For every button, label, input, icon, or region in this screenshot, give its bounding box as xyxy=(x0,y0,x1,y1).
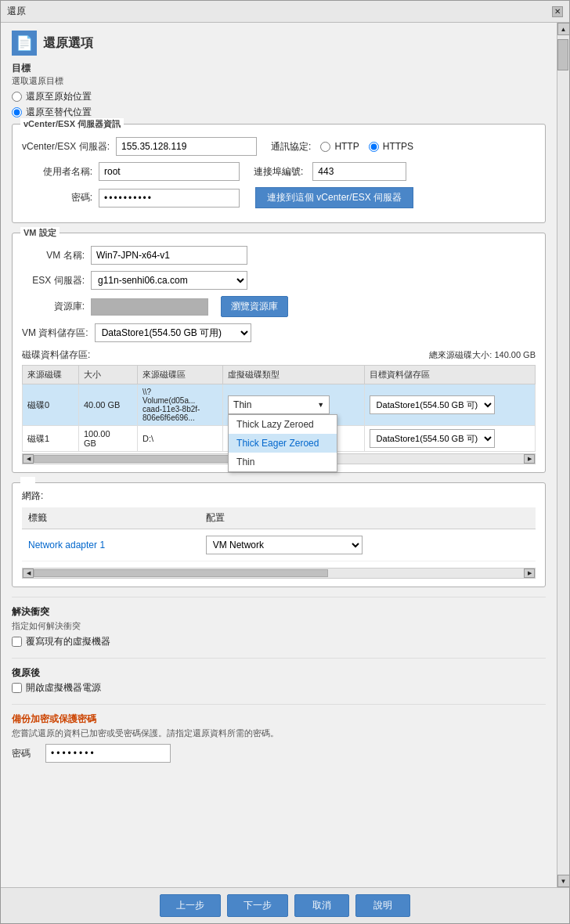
title-bar: 還原 ✕ xyxy=(1,1,569,23)
dropdown-item-thick-lazy[interactable]: Thick Lazy Zeroed xyxy=(229,415,337,434)
target-store-select-1[interactable]: DataStore1(554.50 GB 可) xyxy=(370,429,495,448)
dropdown-item-thick-eager[interactable]: Thick Eager Zeroed xyxy=(229,434,337,453)
vm-name-input[interactable] xyxy=(91,246,247,265)
disk-type-dropdown[interactable]: Thin ▼ Thick Lazy Zeroed Thick Eager Zer… xyxy=(228,395,330,414)
protocol-label: 通訊協定: xyxy=(271,140,311,153)
encrypt-password-label: 密碼 xyxy=(12,747,39,760)
vm-panel: VM 設定 VM 名稱: ESX 伺服器: g11n-senhi06.ca.co… xyxy=(12,233,546,473)
dropdown-item-thin[interactable]: Thin xyxy=(229,453,337,471)
vm-name-row: VM 名稱: xyxy=(22,246,536,265)
disk-table: 來源磁碟 大小 來源磁碟區 虛擬磁碟類型 目標資料儲存區 磁碟0 xyxy=(22,365,536,452)
prev-button[interactable]: 上一步 xyxy=(160,894,221,917)
disk-type-menu[interactable]: Thick Lazy Zeroed Thick Eager Zeroed Thi… xyxy=(228,414,337,472)
bottom-bar: 上一步 下一步 取消 說明 xyxy=(1,887,569,923)
vm-panel-title: VM 設定 xyxy=(20,227,60,239)
datastore-select[interactable]: DataStore1(554.50 GB 可用) xyxy=(95,323,251,342)
section-header: 📄 還原選項 xyxy=(12,31,546,56)
col-disk-type: 虛擬磁碟類型 xyxy=(223,366,365,384)
network-title: 網路: xyxy=(22,489,536,503)
table-row: 磁碟0 40.00 GB \\?Volume(d05a...caad-11e3-… xyxy=(23,384,536,426)
esx-select[interactable]: g11n-senhi06.ca.com xyxy=(91,271,247,290)
net-table-row: Network adapter 1 VM Network xyxy=(22,529,536,561)
total-size-label: 總來源磁碟大小: 140.00 GB xyxy=(429,349,536,361)
server-row: vCenter/ESX 伺服器: 通訊協定: HTTP HTTPS xyxy=(22,137,536,156)
user-row: 使用者名稱: 連接埠編號: xyxy=(22,162,536,181)
protocol-https-label[interactable]: HTTPS xyxy=(369,141,413,152)
encrypt-title: 備份加密或保護密碼 xyxy=(12,713,546,726)
disk-type-trigger[interactable]: Thin ▼ xyxy=(228,395,330,414)
disk-datastore-label: 磁碟資料儲存區: xyxy=(22,348,90,362)
protocol-http-label[interactable]: HTTP xyxy=(320,141,359,152)
target-store-select-0[interactable]: DataStore1(554.50 GB 可) xyxy=(370,395,495,414)
disk-type-value: Thin xyxy=(233,399,251,410)
browse-resource-btn[interactable]: 瀏覽資源庫 xyxy=(221,296,288,317)
vertical-scrollbar[interactable]: ▲ ▼ xyxy=(557,23,569,887)
scroll-down-btn[interactable]: ▼ xyxy=(557,875,570,887)
net-config-select[interactable]: VM Network xyxy=(206,536,363,554)
conflict-title: 解決衝突 xyxy=(12,605,546,619)
cancel-button[interactable]: 取消 xyxy=(294,894,349,917)
protocol-https-radio[interactable] xyxy=(369,142,379,152)
target-section: 目標 選取還原目標 還原至原始位置 還原至替代位置 xyxy=(12,62,546,119)
cell-target-store-1[interactable]: DataStore1(554.50 GB 可) xyxy=(364,426,535,452)
section-title: 還原選項 xyxy=(43,35,93,52)
user-input[interactable] xyxy=(99,162,240,181)
net-hscroll-right[interactable]: ▶ xyxy=(524,568,535,578)
port-group: 連接埠編號: xyxy=(254,162,406,181)
protocol-http-radio[interactable] xyxy=(320,142,330,152)
cell-size-1: 100.00GB xyxy=(78,426,137,452)
overwrite-vm-checkbox[interactable] xyxy=(12,637,22,647)
vm-name-label: VM 名稱: xyxy=(22,249,85,262)
hscroll-right-btn[interactable]: ▶ xyxy=(524,454,535,464)
radio-original-input[interactable] xyxy=(12,92,22,102)
cell-size: 40.00 GB xyxy=(78,384,137,426)
restore-icon: 📄 xyxy=(12,31,37,56)
cell-disk-type[interactable]: Thin ▼ Thick Lazy Zeroed Thick Eager Zer… xyxy=(223,384,365,426)
next-button[interactable]: 下一步 xyxy=(227,894,288,917)
col-target-store: 目標資料儲存區 xyxy=(364,366,535,384)
port-label: 連接埠編號: xyxy=(254,165,303,179)
resource-display xyxy=(91,298,208,316)
esx-label: ESX 伺服器: xyxy=(22,274,85,287)
after-restore-section: 復原後 開啟虛擬機器電源 xyxy=(12,666,546,695)
port-input[interactable] xyxy=(312,162,406,181)
net-adapter-config[interactable]: VM Network xyxy=(200,529,536,561)
main-window: 還原 ✕ 📄 還原選項 目標 選取還原目標 還原至原始位置 xyxy=(0,0,570,924)
after-restore-checkbox-item[interactable]: 開啟虛擬機器電源 xyxy=(12,681,546,695)
conflict-checkbox-item[interactable]: 覆寫現有的虛擬機器 xyxy=(12,635,546,648)
user-label: 使用者名稱: xyxy=(22,165,92,179)
network-panel-title xyxy=(20,477,35,489)
scroll-track[interactable] xyxy=(557,35,569,875)
overwrite-vm-label: 覆寫現有的虛擬機器 xyxy=(26,635,110,648)
scroll-up-btn[interactable]: ▲ xyxy=(557,23,570,35)
target-sub-label: 選取還原目標 xyxy=(12,75,546,87)
encrypt-sub: 您嘗試還原的資料已加密或受密碼保護。請指定還原資料所需的密碼。 xyxy=(12,727,546,739)
radio-alternate-input[interactable] xyxy=(12,107,22,117)
main-content: 📄 還原選項 目標 選取還原目標 還原至原始位置 還原至替代位置 xyxy=(1,23,557,887)
net-hscrollbar[interactable]: ◀ ▶ xyxy=(22,568,536,579)
net-col-config: 配置 xyxy=(200,507,536,529)
col-source-vol: 來源磁碟區 xyxy=(138,366,223,384)
vcenter-panel: vCenter/ESX 伺服器資訊 vCenter/ESX 伺服器: 通訊協定:… xyxy=(12,124,546,223)
server-input[interactable] xyxy=(116,137,257,156)
hscroll-left-btn[interactable]: ◀ xyxy=(23,454,34,464)
vcenter-panel-title: vCenter/ESX 伺服器資訊 xyxy=(20,118,124,130)
radio-alternate[interactable]: 還原至替代位置 xyxy=(12,106,546,119)
radio-original[interactable]: 還原至原始位置 xyxy=(12,90,546,103)
power-on-checkbox[interactable] xyxy=(12,683,22,693)
net-hscroll-left[interactable]: ◀ xyxy=(23,568,34,578)
cell-source-vol: \\?Volume(d05a...caad-11e3-8b2f-806e6f6e… xyxy=(138,384,223,426)
net-hscroll-track[interactable] xyxy=(34,569,524,577)
help-button[interactable]: 說明 xyxy=(355,894,410,917)
cell-target-store[interactable]: DataStore1(554.50 GB 可) xyxy=(364,384,535,426)
encrypt-password-row: 密碼 xyxy=(12,744,546,763)
encrypt-password-input[interactable] xyxy=(45,744,171,763)
connect-button[interactable]: 連接到這個 vCenter/ESX 伺服器 xyxy=(255,187,413,208)
password-input[interactable] xyxy=(99,189,240,208)
net-col-label: 標籤 xyxy=(22,507,200,529)
close-button[interactable]: ✕ xyxy=(552,6,563,17)
esx-row: ESX 伺服器: g11n-senhi06.ca.com xyxy=(22,271,536,290)
col-size: 大小 xyxy=(78,366,137,384)
target-label: 目標 xyxy=(12,62,546,75)
resource-label: 資源庫: xyxy=(22,300,85,313)
